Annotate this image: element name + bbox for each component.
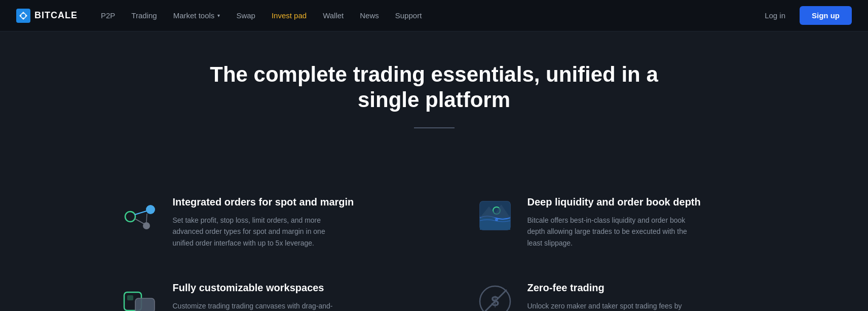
svg-line-5 xyxy=(135,211,146,215)
login-button[interactable]: Log in xyxy=(757,7,794,24)
logo-text: BITCALE xyxy=(34,10,78,21)
chevron-down-icon: ▾ xyxy=(217,13,220,18)
feature-zero-fee-text: Zero-fee trading Unlock zero maker and t… xyxy=(527,281,700,311)
nav-market-tools[interactable]: Market tools ▾ xyxy=(166,7,228,24)
nav-wallet[interactable]: Wallet xyxy=(316,7,351,24)
svg-point-1 xyxy=(21,14,25,18)
feature-zero-fee: $ Zero-fee trading Unlock zero maker and… xyxy=(434,265,748,311)
feature-workspaces-title: Fully customizable workspaces xyxy=(173,281,345,294)
feature-zero-fee-title: Zero-fee trading xyxy=(527,281,700,294)
feature-integrated-orders-title: Integrated orders for spot and margin xyxy=(173,195,354,209)
workspaces-icon xyxy=(120,281,161,311)
nav-invest-pad[interactable]: Invest pad xyxy=(265,7,314,24)
feature-deep-liquidity-text: Deep liquidity and order book depth Bitc… xyxy=(527,195,701,249)
navbar-right: Log in Sign up xyxy=(757,6,852,25)
svg-point-13 xyxy=(495,218,498,221)
feature-workspaces: Fully customizable workspaces Customize … xyxy=(120,265,434,311)
feature-deep-liquidity: Deep liquidity and order book depth Bitc… xyxy=(434,179,748,265)
svg-point-3 xyxy=(146,205,155,214)
signup-button[interactable]: Sign up xyxy=(800,6,852,25)
svg-rect-17 xyxy=(127,295,133,300)
navbar: BITCALE P2P Trading Market tools ▾ Swap … xyxy=(0,0,868,31)
nav-swap[interactable]: Swap xyxy=(229,7,262,24)
hero-divider xyxy=(414,127,455,128)
feature-deep-liquidity-title: Deep liquidity and order book depth xyxy=(527,195,701,209)
svg-point-2 xyxy=(125,212,135,222)
logo[interactable]: BITCALE xyxy=(16,9,78,23)
svg-line-6 xyxy=(135,219,144,224)
feature-integrated-orders-text: Integrated orders for spot and margin Se… xyxy=(173,195,354,249)
feature-deep-liquidity-desc: Bitcale offers best-in-class liquidity a… xyxy=(527,215,700,249)
nav-p2p[interactable]: P2P xyxy=(94,7,122,24)
hero-section: The complete trading essentials, unified… xyxy=(0,31,868,179)
feature-integrated-orders-desc: Set take profit, stop loss, limit orders… xyxy=(173,215,345,249)
integrated-orders-icon xyxy=(120,195,161,236)
navbar-left: BITCALE P2P Trading Market tools ▾ Swap … xyxy=(16,7,429,24)
svg-rect-15 xyxy=(135,298,155,311)
logo-icon xyxy=(16,9,30,23)
zero-fee-icon: $ xyxy=(475,281,515,311)
svg-rect-11 xyxy=(480,218,510,230)
feature-workspaces-desc: Customize trading trading canvases with … xyxy=(173,300,345,311)
nav-trading[interactable]: Trading xyxy=(124,7,164,24)
feature-workspaces-text: Fully customizable workspaces Customize … xyxy=(173,281,345,311)
nav-news[interactable]: News xyxy=(353,7,386,24)
feature-integrated-orders: Integrated orders for spot and margin Se… xyxy=(120,179,434,265)
feature-zero-fee-desc: Unlock zero maker and taker spot trading… xyxy=(527,300,700,311)
nav-support[interactable]: Support xyxy=(388,7,429,24)
svg-line-7 xyxy=(146,214,147,222)
nav-links: P2P Trading Market tools ▾ Swap Invest p… xyxy=(94,7,429,24)
hero-title: The complete trading essentials, unified… xyxy=(206,62,662,113)
features-section: Integrated orders for spot and margin Se… xyxy=(80,179,789,311)
deep-liquidity-icon xyxy=(475,195,515,236)
